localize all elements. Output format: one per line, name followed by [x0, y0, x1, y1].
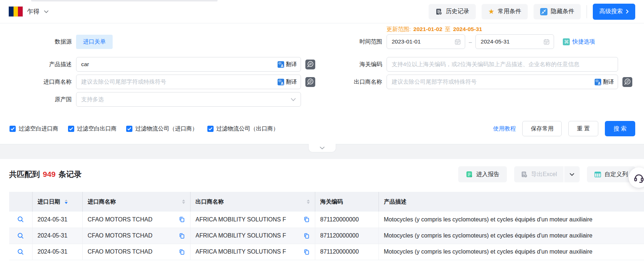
- date-start-input[interactable]: [387, 35, 455, 49]
- view-detail-icon[interactable]: [14, 216, 27, 223]
- cell-importer[interactable]: CFAO MOTORS TCHAD: [88, 248, 152, 255]
- importer-input[interactable]: [76, 75, 301, 89]
- copy-icon[interactable]: [304, 216, 310, 223]
- table-header-row: 进口日期 进口商名称 出口商名称: [9, 192, 644, 212]
- reset-button[interactable]: 重 置: [568, 121, 598, 136]
- translate-label: 翻译: [286, 79, 297, 86]
- cell-exporter[interactable]: AFRICA MOBILITY SOLUTIONS F: [196, 248, 286, 255]
- hs-code-label: 海关编码: [322, 61, 382, 68]
- favorites-button[interactable]: ★ 常用条件: [482, 4, 528, 19]
- cell-importer[interactable]: CFAO MOTORS TCHAD: [88, 216, 152, 223]
- cell-exporter[interactable]: AFRICA MOBILITY SOLUTIONS F: [196, 232, 286, 239]
- quick-options-button[interactable]: ⌘ 快捷选项: [563, 38, 595, 46]
- copy-icon[interactable]: [304, 233, 310, 239]
- view-detail-icon[interactable]: [14, 248, 27, 255]
- copy-icon[interactable]: [179, 249, 185, 255]
- scrollbar-strip: [31, 0, 218, 1]
- sort-icon[interactable]: [182, 200, 185, 204]
- filter-checkboxes: 过滤空白进口商 过滤空白出口商 过滤物流公司（进口商） 过滤物流公司（出口商）: [10, 125, 279, 133]
- export-group: 导出Excel: [514, 166, 580, 182]
- checkbox-filter-blank-importer[interactable]: 过滤空白进口商: [10, 125, 59, 133]
- history-button[interactable]: 历史记录: [429, 4, 476, 19]
- collapse-panel-tab[interactable]: [308, 144, 336, 152]
- match-mode-icon[interactable]: [305, 77, 315, 87]
- search-button[interactable]: 搜 索: [605, 121, 635, 136]
- header-hs-code[interactable]: 海关编码: [315, 192, 379, 212]
- header-import-date[interactable]: 进口日期: [32, 192, 82, 212]
- exporter-input[interactable]: [387, 75, 618, 89]
- header-exporter[interactable]: 出口商名称: [190, 192, 315, 212]
- chevron-down-icon: [320, 147, 325, 149]
- history-label: 历史记录: [446, 8, 469, 15]
- checkbox-filter-logistics-exporter[interactable]: 过滤物流公司（出口商）: [207, 125, 279, 133]
- update-range: 更新范围: 2021-01-02 至 2024-05-31: [387, 25, 482, 34]
- export-excel-button[interactable]: 导出Excel: [514, 166, 564, 182]
- export-excel-label: 导出Excel: [531, 171, 557, 178]
- table-row: 2024-05-31 CFAO MOTORS TCHAD AFRICA MOBI…: [9, 212, 644, 228]
- export-icon: [521, 171, 528, 178]
- date-start-input-box: [387, 34, 465, 49]
- date-end-input[interactable]: [476, 35, 543, 49]
- checkbox-checked-icon: [126, 126, 132, 132]
- header-importer[interactable]: 进口商名称: [82, 192, 190, 212]
- checkbox-label: 过滤空白出口商: [77, 125, 117, 133]
- checkbox-filter-logistics-importer[interactable]: 过滤物流公司（进口商）: [126, 125, 198, 133]
- results-section: 共匹配到 949 条记录 进入报告 导出Excel: [0, 159, 644, 260]
- filter-footer: 过滤空白进口商 过滤空白出口商 过滤物流公司（进口商） 过滤物流公司（出口商） …: [10, 120, 635, 137]
- checkbox-label: 过滤物流公司（进口商）: [135, 125, 198, 133]
- export-dropdown-button[interactable]: [564, 166, 580, 182]
- tutorial-link[interactable]: 使用教程: [493, 125, 516, 133]
- results-header: 共匹配到 949 条记录 进入报告 导出Excel: [0, 166, 644, 182]
- copy-icon[interactable]: [304, 249, 310, 255]
- cell-exporter[interactable]: AFRICA MOBILITY SOLUTIONS F: [196, 216, 286, 223]
- match-mode-icon[interactable]: [622, 77, 632, 87]
- update-range-to: 至: [445, 26, 451, 33]
- star-icon: ★: [488, 8, 494, 15]
- view-detail-icon[interactable]: [14, 232, 27, 239]
- data-source-tab-import[interactable]: 进口关单: [76, 35, 113, 49]
- origin-country-select[interactable]: 支持多选: [76, 92, 301, 107]
- sort-icon[interactable]: [65, 200, 68, 204]
- summary-suffix: 条记录: [59, 169, 82, 179]
- hs-code-input[interactable]: [387, 57, 618, 71]
- enter-report-button[interactable]: 进入报告: [458, 166, 507, 182]
- date-end-input-box: [475, 34, 554, 49]
- hide-conditions-button[interactable]: 隐藏条件: [534, 4, 581, 19]
- translate-button[interactable]: 中A 翻译: [595, 79, 614, 86]
- summary-prefix: 共匹配到: [9, 169, 40, 179]
- enter-report-label: 进入报告: [476, 171, 500, 178]
- header-product-desc[interactable]: 产品描述: [379, 192, 644, 212]
- importer-row: 进口商名称 中A 翻译: [10, 75, 315, 89]
- results-summary: 共匹配到 949 条记录: [9, 169, 82, 179]
- copy-icon[interactable]: [179, 216, 185, 223]
- custom-columns-button[interactable]: 自定义列: [587, 166, 635, 182]
- sort-icon[interactable]: [307, 200, 310, 204]
- save-common-button[interactable]: 保存常用: [522, 121, 562, 136]
- advanced-search-button[interactable]: 高级搜索: [593, 4, 635, 20]
- translate-icon: 中A: [278, 79, 284, 85]
- cell-import-date: 2024-05-31: [32, 244, 82, 260]
- calendar-icon[interactable]: [455, 39, 461, 45]
- hide-conditions-label: 隐藏条件: [551, 8, 574, 15]
- history-icon: [435, 8, 442, 15]
- checkbox-checked-icon: [68, 126, 74, 132]
- translate-button[interactable]: 中A 翻译: [278, 79, 297, 86]
- favorites-label: 常用条件: [498, 8, 521, 15]
- country-name: 乍得: [27, 7, 39, 16]
- checkbox-filter-blank-exporter[interactable]: 过滤空白出口商: [68, 125, 117, 133]
- cell-importer[interactable]: CFAO MOTORS TCHAD: [88, 232, 152, 239]
- product-desc-input[interactable]: [76, 57, 301, 71]
- results-table: 进口日期 进口商名称 出口商名称: [9, 192, 644, 260]
- country-selector[interactable]: 乍得: [9, 7, 49, 16]
- translate-button[interactable]: 中A 翻译: [278, 61, 297, 68]
- copy-icon[interactable]: [179, 233, 185, 239]
- update-range-end: 2024-05-31: [453, 26, 482, 33]
- checkbox-label: 过滤空白进口商: [19, 125, 59, 133]
- origin-country-placeholder: 支持多选: [81, 96, 104, 103]
- calendar-icon[interactable]: [543, 39, 550, 45]
- translate-label: 翻译: [603, 79, 614, 86]
- cell-import-date: 2024-05-31: [32, 212, 82, 228]
- checkbox-checked-icon: [207, 126, 214, 132]
- chad-flag-icon: [9, 7, 23, 16]
- match-mode-icon[interactable]: [305, 60, 315, 69]
